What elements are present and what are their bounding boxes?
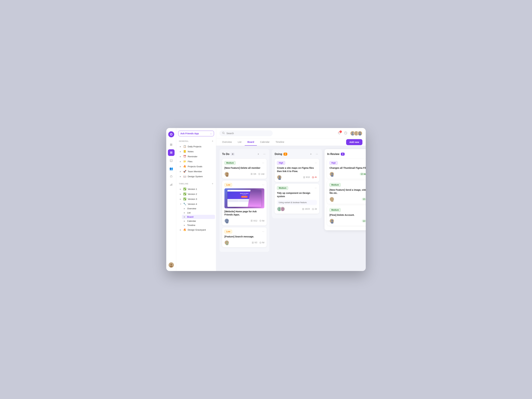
svg-point-21: [226, 173, 228, 175]
time-value: 6d: [262, 241, 264, 244]
card-tasks: 0/2: [252, 241, 257, 244]
time-value: 6d: [262, 220, 264, 222]
priority-badge: Low: [224, 230, 232, 234]
card-meta: 4/4: [362, 198, 366, 201]
card-title: Tidy up component on Design system: [277, 191, 317, 198]
notification-icon[interactable]: 1: [337, 131, 341, 135]
search-icon: [222, 132, 225, 135]
arrow-icon: ▶: [180, 171, 182, 172]
card-footer: 0/2 6d: [224, 240, 264, 245]
item-icon: 🔥: [183, 228, 186, 231]
arrow-icon: ▶: [180, 165, 182, 167]
svg-rect-25: [251, 174, 253, 175]
column-doing-header: Doing 2 + ···: [275, 152, 319, 156]
card-avatar: [224, 218, 229, 223]
column-in-review-header: In Review 3 +: [327, 152, 366, 156]
card-header: Medium ···: [277, 186, 317, 190]
arrow-icon: ▶: [184, 224, 186, 226]
sidebar-item-version2[interactable]: ▶ ✅ Version 2: [177, 191, 215, 196]
card-meta: 16/24 2d: [302, 208, 317, 210]
task-count: 16/24: [305, 208, 310, 210]
svg-rect-50: [302, 209, 304, 209]
sidebar-item-daily-projects[interactable]: ▶ 📋 Daily Projects: [177, 144, 215, 149]
card-footer: 16/24 2d: [277, 207, 317, 211]
sidebar-item-version4[interactable]: ▼ 🔧 Version 4: [177, 202, 215, 207]
column-todo-menu[interactable]: ···: [262, 152, 267, 156]
sidebar-item-label: Projects Goals: [188, 165, 212, 168]
priority-badge: High: [277, 161, 285, 165]
card-tasks: 0/12: [251, 220, 257, 222]
task-count: 9/10: [306, 176, 310, 178]
search-input[interactable]: [226, 132, 270, 135]
priority-badge: Medium: [329, 183, 341, 187]
workspace-selector[interactable]: Ask Friends App ⌄: [178, 131, 214, 136]
svg-point-13: [338, 132, 339, 133]
nav-inbox[interactable]: [168, 157, 175, 164]
sidebar-item-files[interactable]: ▶ 📁 Files: [177, 159, 215, 164]
arrow-icon: ▶: [180, 193, 182, 195]
tab-overview[interactable]: Overview: [219, 139, 234, 146]
app-logo[interactable]: [168, 131, 174, 137]
card-thumbnail-figma: High Changes all Thumbnail Figma Files.: [327, 159, 366, 179]
nav-list[interactable]: [168, 149, 175, 156]
card-menu-icon[interactable]: ···: [262, 183, 264, 186]
sidebar-sub-calendar[interactable]: ▶ Calendar: [182, 219, 215, 223]
priority-badge: Medium: [277, 186, 288, 190]
sidebar-item-reminder[interactable]: ▶ ⏰ Reminder: [177, 154, 215, 159]
timeline-add-button[interactable]: +: [212, 182, 213, 185]
sidebar-item-version1[interactable]: ▶ ✅ Version 1: [177, 187, 215, 191]
card-footer: 0/6 14d: [224, 172, 264, 176]
card-footer: 18/18: [329, 172, 366, 176]
item-icon: 🔥: [183, 165, 186, 168]
column-todo-header: To Do 4 + ···: [222, 152, 267, 156]
nav-layers[interactable]: [168, 173, 175, 180]
svg-rect-43: [303, 178, 305, 178]
column-doing-add[interactable]: +: [309, 152, 313, 156]
card-meta: 0/12 6d: [251, 220, 264, 222]
sidebar-item-design-system[interactable]: ▶ 📖 Design System: [177, 174, 215, 179]
svg-point-63: [331, 220, 333, 222]
card-menu-icon[interactable]: ···: [315, 187, 317, 190]
card-menu-icon[interactable]: ···: [262, 230, 264, 233]
version4-subitems: ▶ Overview ▶ List ▶ Board ▶ Calendar ▶ T…: [176, 207, 216, 227]
user-avatar-bottom[interactable]: [169, 262, 174, 268]
svg-rect-5: [171, 176, 172, 176]
search-box[interactable]: [219, 130, 273, 136]
app-window: ⊞ 👥: [166, 128, 366, 271]
sidebar-item-version3[interactable]: ▶ ✅ Version 3: [177, 196, 215, 202]
sidebar-sub-timeline[interactable]: ▶ Timeline: [182, 223, 215, 227]
tabs-bar: Overview List Board Calendar Timeline Ad…: [216, 139, 366, 146]
sidebar-item-projects-goals[interactable]: ▶ 🔥 Projects Goals: [177, 164, 215, 169]
sidebar-item-design-graveyard[interactable]: ▶ 🔥 Design Graveyard: [177, 227, 215, 232]
sidebar-item-label: Version 4: [188, 203, 212, 205]
general-add-button[interactable]: +: [212, 140, 213, 143]
tab-calendar[interactable]: Calendar: [258, 139, 272, 146]
sidebar-item-notes[interactable]: ▶ 📒 Notes: [177, 149, 215, 154]
column-doing-menu[interactable]: ···: [315, 152, 319, 156]
nav-chart[interactable]: [168, 181, 175, 188]
sidebar-sub-board[interactable]: ▶ Board: [182, 215, 215, 219]
card-menu-icon[interactable]: ···: [262, 161, 264, 165]
column-todo-add[interactable]: +: [256, 152, 261, 156]
tab-timeline[interactable]: Timeline: [273, 139, 287, 146]
sidebar-item-label: List: [187, 211, 213, 214]
nav-users[interactable]: 👥: [168, 165, 175, 172]
add-new-button[interactable]: Add new: [346, 139, 362, 145]
card-menu-icon[interactable]: ···: [315, 161, 317, 165]
sidebar-sub-list[interactable]: ▶ List: [182, 211, 215, 215]
nav-grid[interactable]: ⊞: [168, 141, 175, 148]
card-footer: 4/4: [329, 197, 366, 202]
general-section-header: GENERAL +: [176, 139, 216, 144]
card-title: [Feature] Search message.: [224, 235, 264, 238]
arrow-icon: ▶: [180, 176, 182, 177]
sidebar-item-team-member[interactable]: ▶ 🚀 Team Member: [177, 169, 215, 174]
card-meta: 6/6: [362, 220, 366, 222]
card-footer: 0/12 6d: [224, 218, 264, 223]
tab-list[interactable]: List: [235, 139, 244, 146]
sidebar-sub-overview[interactable]: ▶ Overview: [182, 207, 215, 211]
tab-board[interactable]: Board: [245, 139, 257, 146]
column-doing-count: 2: [284, 153, 287, 156]
svg-rect-37: [252, 243, 254, 244]
clock-icon[interactable]: [344, 131, 348, 135]
item-icon: ✅: [183, 192, 186, 196]
